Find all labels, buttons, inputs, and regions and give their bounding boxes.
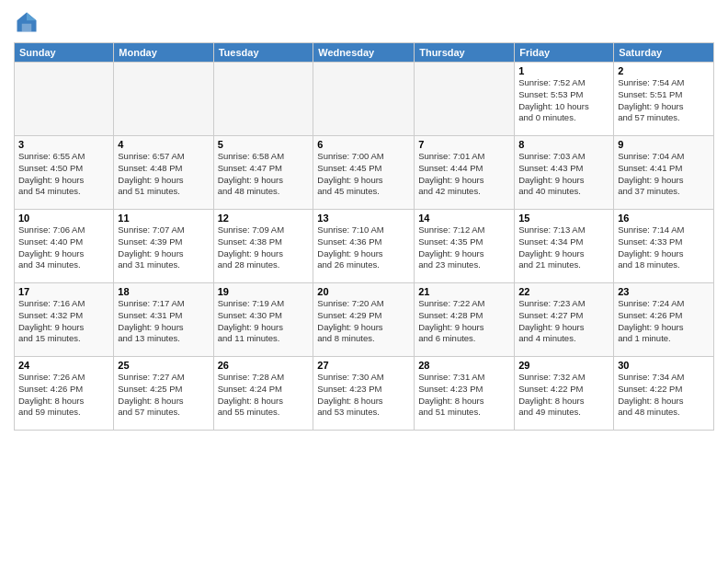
day-info: Sunrise: 6:57 AM Sunset: 4:48 PM Dayligh… bbox=[118, 151, 209, 198]
day-info: Sunrise: 7:14 AM Sunset: 4:33 PM Dayligh… bbox=[618, 224, 710, 271]
svg-rect-2 bbox=[22, 24, 32, 32]
day-number: 1 bbox=[518, 65, 609, 76]
day-number: 11 bbox=[118, 213, 209, 224]
day-info: Sunrise: 7:03 AM Sunset: 4:43 PM Dayligh… bbox=[518, 151, 609, 198]
day-info: Sunrise: 7:17 AM Sunset: 4:31 PM Dayligh… bbox=[118, 298, 209, 345]
weekday-header-tuesday: Tuesday bbox=[213, 43, 313, 63]
day-number: 26 bbox=[218, 360, 310, 371]
calendar-cell bbox=[313, 63, 415, 136]
calendar-cell: 26Sunrise: 7:28 AM Sunset: 4:24 PM Dayli… bbox=[213, 357, 313, 431]
day-number: 6 bbox=[317, 139, 410, 150]
day-info: Sunrise: 7:00 AM Sunset: 4:45 PM Dayligh… bbox=[317, 151, 410, 198]
weekday-header-sunday: Sunday bbox=[15, 43, 114, 63]
day-number: 4 bbox=[118, 139, 209, 150]
calendar-cell: 21Sunrise: 7:22 AM Sunset: 4:28 PM Dayli… bbox=[415, 283, 515, 357]
day-number: 15 bbox=[518, 213, 609, 224]
day-info: Sunrise: 7:30 AM Sunset: 4:23 PM Dayligh… bbox=[317, 372, 410, 419]
day-info: Sunrise: 7:22 AM Sunset: 4:28 PM Dayligh… bbox=[418, 298, 510, 345]
calendar-week-5: 24Sunrise: 7:26 AM Sunset: 4:26 PM Dayli… bbox=[15, 357, 714, 431]
day-info: Sunrise: 7:20 AM Sunset: 4:29 PM Dayligh… bbox=[317, 298, 410, 345]
day-number: 9 bbox=[618, 139, 710, 150]
calendar-cell: 5Sunrise: 6:58 AM Sunset: 4:47 PM Daylig… bbox=[213, 136, 313, 210]
day-number: 22 bbox=[518, 286, 609, 297]
calendar-cell: 20Sunrise: 7:20 AM Sunset: 4:29 PM Dayli… bbox=[313, 283, 415, 357]
calendar-cell: 30Sunrise: 7:34 AM Sunset: 4:22 PM Dayli… bbox=[614, 357, 714, 431]
calendar-cell: 24Sunrise: 7:26 AM Sunset: 4:26 PM Dayli… bbox=[15, 357, 114, 431]
day-info: Sunrise: 7:09 AM Sunset: 4:38 PM Dayligh… bbox=[218, 224, 310, 271]
calendar-cell: 7Sunrise: 7:01 AM Sunset: 4:44 PM Daylig… bbox=[415, 136, 515, 210]
day-number: 8 bbox=[518, 139, 609, 150]
day-number: 30 bbox=[618, 360, 710, 371]
day-number: 14 bbox=[418, 213, 510, 224]
day-number: 12 bbox=[218, 213, 310, 224]
day-number: 23 bbox=[618, 286, 710, 297]
calendar-header: SundayMondayTuesdayWednesdayThursdayFrid… bbox=[15, 43, 714, 63]
day-info: Sunrise: 7:27 AM Sunset: 4:25 PM Dayligh… bbox=[118, 372, 209, 419]
logo-icon bbox=[14, 9, 40, 35]
day-info: Sunrise: 7:13 AM Sunset: 4:34 PM Dayligh… bbox=[518, 224, 609, 271]
day-number: 29 bbox=[518, 360, 609, 371]
day-info: Sunrise: 7:24 AM Sunset: 4:26 PM Dayligh… bbox=[618, 298, 710, 345]
day-number: 28 bbox=[418, 360, 510, 371]
calendar-week-4: 17Sunrise: 7:16 AM Sunset: 4:32 PM Dayli… bbox=[15, 283, 714, 357]
calendar-cell: 3Sunrise: 6:55 AM Sunset: 4:50 PM Daylig… bbox=[15, 136, 114, 210]
calendar-cell: 9Sunrise: 7:04 AM Sunset: 4:41 PM Daylig… bbox=[614, 136, 714, 210]
day-number: 20 bbox=[317, 286, 410, 297]
day-number: 18 bbox=[118, 286, 209, 297]
calendar-week-2: 3Sunrise: 6:55 AM Sunset: 4:50 PM Daylig… bbox=[15, 136, 714, 210]
day-info: Sunrise: 7:19 AM Sunset: 4:30 PM Dayligh… bbox=[218, 298, 310, 345]
weekday-header-thursday: Thursday bbox=[415, 43, 515, 63]
day-info: Sunrise: 7:32 AM Sunset: 4:22 PM Dayligh… bbox=[518, 372, 609, 419]
day-number: 16 bbox=[618, 213, 710, 224]
calendar-cell: 10Sunrise: 7:06 AM Sunset: 4:40 PM Dayli… bbox=[15, 210, 114, 283]
calendar-cell: 8Sunrise: 7:03 AM Sunset: 4:43 PM Daylig… bbox=[515, 136, 614, 210]
day-number: 10 bbox=[18, 213, 109, 224]
header bbox=[14, 9, 714, 35]
weekday-header-saturday: Saturday bbox=[614, 43, 714, 63]
calendar-week-3: 10Sunrise: 7:06 AM Sunset: 4:40 PM Dayli… bbox=[15, 210, 714, 283]
calendar-cell bbox=[213, 63, 313, 136]
day-info: Sunrise: 7:10 AM Sunset: 4:36 PM Dayligh… bbox=[317, 224, 410, 271]
calendar-cell: 22Sunrise: 7:23 AM Sunset: 4:27 PM Dayli… bbox=[515, 283, 614, 357]
day-number: 3 bbox=[18, 139, 109, 150]
calendar-cell: 29Sunrise: 7:32 AM Sunset: 4:22 PM Dayli… bbox=[515, 357, 614, 431]
calendar-cell: 27Sunrise: 7:30 AM Sunset: 4:23 PM Dayli… bbox=[313, 357, 415, 431]
day-number: 7 bbox=[418, 139, 510, 150]
day-info: Sunrise: 7:28 AM Sunset: 4:24 PM Dayligh… bbox=[218, 372, 310, 419]
calendar-cell: 6Sunrise: 7:00 AM Sunset: 4:45 PM Daylig… bbox=[313, 136, 415, 210]
calendar-cell bbox=[415, 63, 515, 136]
day-number: 17 bbox=[18, 286, 109, 297]
calendar-cell: 17Sunrise: 7:16 AM Sunset: 4:32 PM Dayli… bbox=[15, 283, 114, 357]
calendar-body: 1Sunrise: 7:52 AM Sunset: 5:53 PM Daylig… bbox=[15, 63, 714, 431]
day-number: 2 bbox=[618, 65, 710, 76]
day-info: Sunrise: 7:23 AM Sunset: 4:27 PM Dayligh… bbox=[518, 298, 609, 345]
calendar-cell: 14Sunrise: 7:12 AM Sunset: 4:35 PM Dayli… bbox=[415, 210, 515, 283]
day-info: Sunrise: 6:58 AM Sunset: 4:47 PM Dayligh… bbox=[218, 151, 310, 198]
weekday-header-friday: Friday bbox=[515, 43, 614, 63]
calendar-cell: 23Sunrise: 7:24 AM Sunset: 4:26 PM Dayli… bbox=[614, 283, 714, 357]
calendar-cell: 13Sunrise: 7:10 AM Sunset: 4:36 PM Dayli… bbox=[313, 210, 415, 283]
day-info: Sunrise: 7:12 AM Sunset: 4:35 PM Dayligh… bbox=[418, 224, 510, 271]
calendar-week-1: 1Sunrise: 7:52 AM Sunset: 5:53 PM Daylig… bbox=[15, 63, 714, 136]
day-info: Sunrise: 7:07 AM Sunset: 4:39 PM Dayligh… bbox=[118, 224, 209, 271]
logo bbox=[14, 9, 43, 35]
day-info: Sunrise: 7:01 AM Sunset: 4:44 PM Dayligh… bbox=[418, 151, 510, 198]
weekday-header-monday: Monday bbox=[114, 43, 213, 63]
day-number: 13 bbox=[317, 213, 410, 224]
day-info: Sunrise: 7:34 AM Sunset: 4:22 PM Dayligh… bbox=[618, 372, 710, 419]
svg-marker-1 bbox=[27, 13, 37, 21]
calendar-cell: 16Sunrise: 7:14 AM Sunset: 4:33 PM Dayli… bbox=[614, 210, 714, 283]
day-number: 24 bbox=[18, 360, 109, 371]
calendar-cell: 25Sunrise: 7:27 AM Sunset: 4:25 PM Dayli… bbox=[114, 357, 213, 431]
page: SundayMondayTuesdayWednesdayThursdayFrid… bbox=[0, 0, 728, 563]
calendar-cell: 28Sunrise: 7:31 AM Sunset: 4:23 PM Dayli… bbox=[415, 357, 515, 431]
calendar-cell: 18Sunrise: 7:17 AM Sunset: 4:31 PM Dayli… bbox=[114, 283, 213, 357]
day-info: Sunrise: 7:52 AM Sunset: 5:53 PM Dayligh… bbox=[518, 77, 609, 124]
day-number: 21 bbox=[418, 286, 510, 297]
weekday-header-row: SundayMondayTuesdayWednesdayThursdayFrid… bbox=[15, 43, 714, 63]
day-number: 27 bbox=[317, 360, 410, 371]
day-info: Sunrise: 6:55 AM Sunset: 4:50 PM Dayligh… bbox=[18, 151, 109, 198]
calendar-cell bbox=[114, 63, 213, 136]
day-info: Sunrise: 7:31 AM Sunset: 4:23 PM Dayligh… bbox=[418, 372, 510, 419]
calendar-cell: 19Sunrise: 7:19 AM Sunset: 4:30 PM Dayli… bbox=[213, 283, 313, 357]
